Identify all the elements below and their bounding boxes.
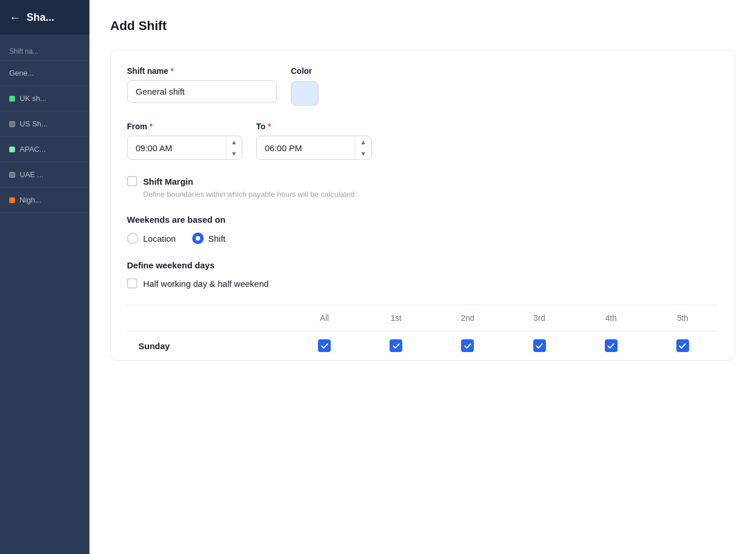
to-input-wrapper: 06:00 PM ▲ ▼ <box>256 136 372 160</box>
to-increment-button[interactable]: ▲ <box>355 136 371 148</box>
col-all: All <box>289 313 360 323</box>
sunday-5th-checkbox[interactable] <box>676 339 689 352</box>
grid-day-col <box>127 313 289 323</box>
required-star-to: * <box>268 122 271 131</box>
shift-name-input[interactable] <box>127 80 277 103</box>
location-label: Location <box>143 234 176 244</box>
back-icon[interactable]: ← <box>9 11 21 24</box>
sunday-1st-checkbox[interactable] <box>390 339 402 352</box>
sunday-all-checkbox[interactable] <box>318 339 331 352</box>
sunday-2nd-check[interactable] <box>432 339 503 352</box>
col-4th: 4th <box>575 313 647 323</box>
sidebar-item-apac[interactable]: APAC... <box>0 137 89 162</box>
sunday-4th-checkbox[interactable] <box>605 339 617 352</box>
check-icon-5 <box>679 342 686 350</box>
col-3rd: 3rd <box>503 313 575 323</box>
shift-radio-inner <box>196 236 200 241</box>
sunday-3rd-check[interactable] <box>503 339 575 352</box>
shift-margin-desc: Define boundaries within which payable h… <box>143 190 718 199</box>
sidebar-column-header: Shift na... <box>0 40 89 61</box>
shift-radio-option[interactable]: Shift <box>192 233 226 244</box>
sidebar-item-night[interactable]: Nigh... <box>0 188 89 213</box>
color-group: Color <box>291 66 319 106</box>
days-grid: All 1st 2nd 3rd 4th 5th Sunday <box>127 305 718 360</box>
shift-radio-label: Shift <box>208 234 226 244</box>
sidebar-item-uk[interactable]: UK sh... <box>0 86 89 111</box>
sunday-5th-check[interactable] <box>647 339 718 352</box>
us-dot <box>9 121 15 127</box>
sunday-4th-check[interactable] <box>575 339 647 352</box>
to-field: To * 06:00 PM ▲ ▼ <box>256 122 372 160</box>
weekends-section: Weekends are based on Location Shift <box>127 215 718 244</box>
sidebar-item-general[interactable]: Gene... <box>0 61 89 86</box>
sidebar-panel: ← Sha... Shift na... Gene... UK sh... US… <box>0 0 89 554</box>
check-icon-1 <box>392 342 400 350</box>
shift-margin-row: Shift Margin <box>127 176 718 186</box>
shift-margin-label: Shift Margin <box>143 177 193 186</box>
col-2nd: 2nd <box>432 313 503 323</box>
check-icon-4 <box>607 342 615 350</box>
from-decrement-button[interactable]: ▼ <box>226 148 242 159</box>
half-day-checkbox[interactable] <box>127 278 137 289</box>
shift-name-label: Shift name * <box>127 66 277 76</box>
define-weekend-section: Define weekend days Half working day & h… <box>127 260 718 289</box>
from-increment-button[interactable]: ▲ <box>226 136 242 148</box>
check-icon <box>321 342 328 350</box>
uk-dot <box>9 96 15 102</box>
location-radio[interactable] <box>127 233 139 244</box>
shift-margin-checkbox[interactable] <box>127 176 137 186</box>
color-swatch[interactable] <box>291 81 319 106</box>
col-1st: 1st <box>360 313 432 323</box>
sunday-row: Sunday <box>127 331 718 360</box>
col-5th: 5th <box>647 313 718 323</box>
sunday-label: Sunday <box>127 339 289 352</box>
from-label: From * <box>127 122 242 131</box>
half-day-row: Half working day & half weekend <box>127 278 718 289</box>
half-day-label: Half working day & half weekend <box>143 279 269 289</box>
sidebar-item-us[interactable]: US Sh... <box>0 111 89 137</box>
location-radio-option[interactable]: Location <box>127 233 176 244</box>
from-stepper: ▲ ▼ <box>226 136 242 159</box>
from-field: From * 09:00 AM ▲ ▼ <box>127 122 242 160</box>
name-color-row: Shift name * Color <box>127 66 718 106</box>
color-label: Color <box>291 66 319 76</box>
shift-margin-section: Shift Margin Define boundaries within wh… <box>127 176 718 199</box>
required-star-from: * <box>149 122 152 131</box>
check-icon-3 <box>536 342 543 350</box>
to-value: 06:00 PM <box>257 137 355 159</box>
required-star-name: * <box>171 66 174 76</box>
from-input-wrapper: 09:00 AM ▲ ▼ <box>127 136 242 160</box>
night-dot <box>9 197 15 203</box>
modal-title: Add Shift <box>110 18 735 33</box>
sunday-2nd-checkbox[interactable] <box>461 339 474 352</box>
apac-dot <box>9 147 15 152</box>
add-shift-modal: Add Shift Shift name * Color From * <box>89 0 756 554</box>
sidebar-title: Sha... <box>27 12 54 24</box>
to-label: To * <box>256 122 372 131</box>
sunday-3rd-checkbox[interactable] <box>533 339 546 352</box>
weekends-title: Weekends are based on <box>127 215 718 224</box>
sidebar-header: ← Sha... <box>0 0 89 35</box>
form-card: Shift name * Color From * 09:00 AM <box>110 50 735 361</box>
sidebar-list: Shift na... Gene... UK sh... US Sh... AP… <box>0 35 89 219</box>
to-decrement-button[interactable]: ▼ <box>355 148 371 159</box>
shift-name-group: Shift name * <box>127 66 277 103</box>
weekends-radio-group: Location Shift <box>127 233 718 244</box>
sidebar-item-uae[interactable]: UAE ... <box>0 162 89 188</box>
grid-header-row: All 1st 2nd 3rd 4th 5th <box>127 305 718 331</box>
time-row: From * 09:00 AM ▲ ▼ To * 06:00 PM <box>127 122 718 160</box>
check-icon-2 <box>464 342 471 350</box>
uae-dot <box>9 172 15 178</box>
sunday-all-check[interactable] <box>289 339 360 352</box>
from-value: 09:00 AM <box>128 137 226 159</box>
sunday-1st-check[interactable] <box>360 339 432 352</box>
to-stepper: ▲ ▼ <box>355 136 371 159</box>
shift-radio[interactable] <box>192 233 204 244</box>
define-weekend-title: Define weekend days <box>127 260 718 270</box>
